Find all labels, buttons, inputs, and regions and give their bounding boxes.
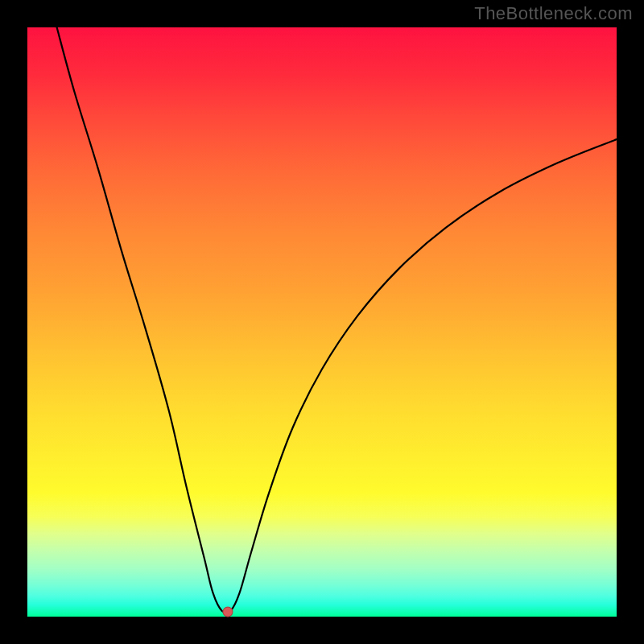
optimal-point-marker (222, 607, 233, 617)
chart-frame: TheBottleneck.com (0, 0, 644, 644)
bottleneck-curve (57, 27, 617, 613)
plot-area (27, 27, 617, 617)
curve-svg (27, 27, 617, 617)
watermark-text: TheBottleneck.com (474, 3, 633, 24)
